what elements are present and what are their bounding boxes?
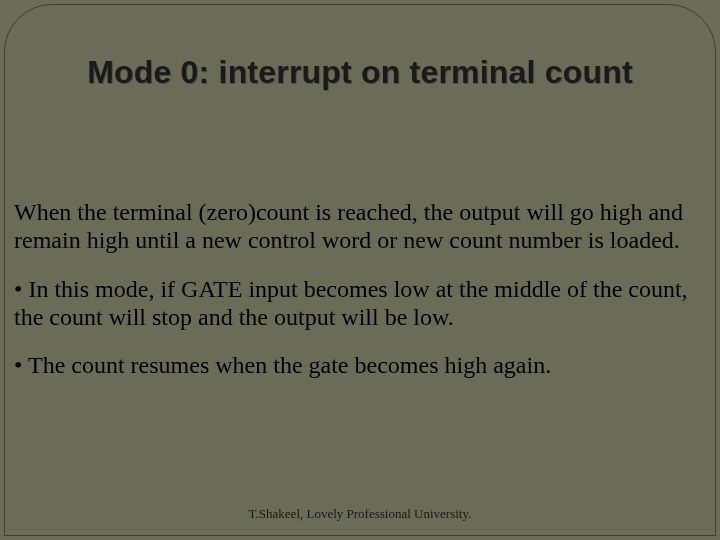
slide-body: When the terminal (zero)count is reached… <box>14 198 700 400</box>
slide-title: Mode 0: interrupt on terminal count <box>0 54 720 91</box>
body-paragraph-3: • The count resumes when the gate become… <box>14 351 700 379</box>
body-paragraph-2: • In this mode, if GATE input becomes lo… <box>14 275 700 332</box>
slide: Mode 0: interrupt on terminal count When… <box>0 0 720 540</box>
body-paragraph-1: When the terminal (zero)count is reached… <box>14 198 700 255</box>
footer-attribution: T.Shakeel, Lovely Professional Universit… <box>0 506 720 522</box>
